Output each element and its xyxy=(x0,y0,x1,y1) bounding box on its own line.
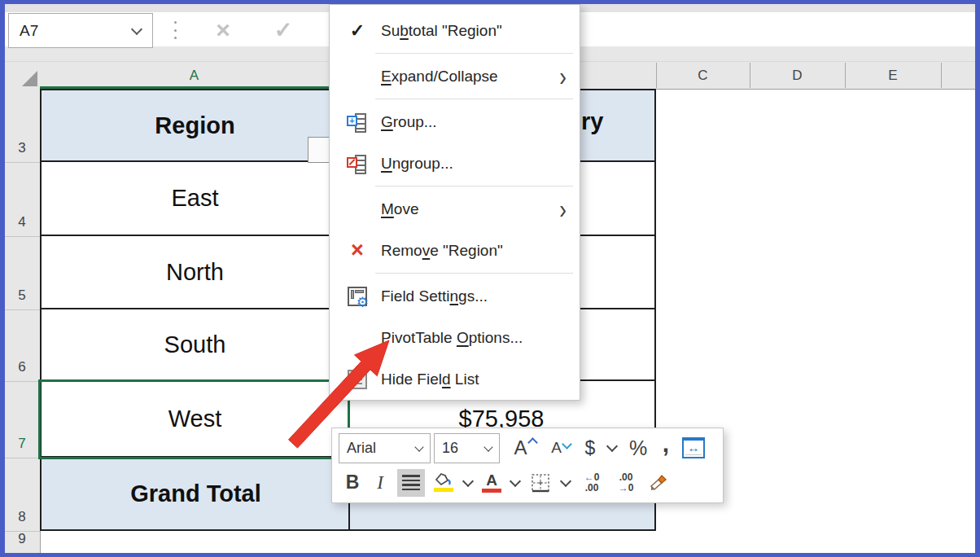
row-header-5[interactable]: 5 xyxy=(5,236,39,309)
increase-decimal-button[interactable]: ←0 .00 xyxy=(575,472,609,493)
percent-icon: % xyxy=(629,436,647,460)
submenu-arrow-icon: › xyxy=(559,63,567,90)
format-painter-brush-icon xyxy=(648,472,669,493)
menu-separator xyxy=(375,53,573,54)
chevron-down-icon[interactable] xyxy=(131,23,142,34)
column-header-c[interactable]: C xyxy=(656,65,750,86)
column-header-separator xyxy=(845,63,846,88)
row-header-7[interactable]: 7 xyxy=(5,381,39,458)
menu-item-label: Ungroup... xyxy=(381,155,453,173)
font-color-letter: A xyxy=(486,472,497,488)
mini-toolbar: Arial 16 A A $ % , xyxy=(331,428,724,503)
menu-item-label: Group... xyxy=(381,113,437,131)
cell-region-south[interactable]: South xyxy=(40,309,348,381)
menu-item-remove-region[interactable]: ×Remove "Region" xyxy=(330,230,580,271)
menu-item-field-settings[interactable]: ⚙Field Settings... xyxy=(330,275,580,317)
font-color-dropdown[interactable] xyxy=(506,477,524,489)
dollar-icon: $ xyxy=(585,437,596,459)
font-color-bar xyxy=(482,489,501,493)
column-header-a[interactable]: A xyxy=(40,65,348,86)
window-frame-right xyxy=(975,0,980,557)
font-name-value: Arial xyxy=(339,440,416,457)
mini-toolbar-row1: Arial 16 A A $ % , xyxy=(339,431,716,466)
row-header-3[interactable]: 3 xyxy=(5,89,39,162)
b3-header-visible-text: ry xyxy=(581,108,603,135)
column-header-separator xyxy=(656,63,657,88)
name-box-resize-handle[interactable] xyxy=(174,21,179,39)
caret-down-icon xyxy=(562,439,572,450)
comma-icon: , xyxy=(663,437,669,459)
window-frame-bottom xyxy=(0,553,980,557)
autofit-column-width-button[interactable]: ↔ xyxy=(677,437,710,458)
name-box[interactable]: A7 xyxy=(8,13,153,48)
format-painter-button[interactable] xyxy=(643,472,674,493)
column-header-d[interactable]: D xyxy=(750,65,845,86)
bold-button[interactable]: B xyxy=(339,471,366,493)
cell-a3-region-header[interactable]: Region xyxy=(40,89,348,162)
chevron-down-icon xyxy=(414,442,423,451)
remove-x-icon: × xyxy=(351,239,364,261)
row-header-8[interactable]: 8 xyxy=(5,458,39,531)
menu-item-move[interactable]: Move› xyxy=(330,188,580,230)
formula-cancel-button[interactable]: × xyxy=(205,16,241,44)
accounting-format-dropdown[interactable] xyxy=(602,442,622,454)
font-name-combo[interactable]: Arial xyxy=(339,433,431,463)
menu-item-label: Subtotal "Region" xyxy=(381,22,502,40)
font-size-combo[interactable]: 16 xyxy=(434,433,500,463)
excel-window: A7 × ✓ ACDE 3456789 Region ry EastNorthS… xyxy=(0,0,980,557)
italic-button[interactable]: I xyxy=(366,472,394,493)
percent-style-button[interactable]: % xyxy=(622,436,654,460)
font-size-value: 16 xyxy=(435,440,485,457)
borders-button[interactable] xyxy=(524,472,557,493)
cell-region-east[interactable]: East xyxy=(40,162,348,236)
active-cell-selection-border xyxy=(38,379,350,459)
hide-field-list-icon xyxy=(348,370,367,389)
fill-color-dropdown[interactable] xyxy=(459,477,477,489)
borders-dropdown[interactable] xyxy=(557,477,575,489)
decrease-font-size-button[interactable]: A xyxy=(544,439,578,457)
grand-total-label: Grand Total xyxy=(42,480,350,507)
decrease-decimal-button[interactable]: .00 →0 xyxy=(609,472,643,493)
group-icon: + xyxy=(347,112,368,132)
borders-grid-icon xyxy=(530,472,551,493)
chevron-down-icon xyxy=(560,476,571,487)
center-align-button[interactable] xyxy=(394,469,428,497)
menu-item-expand-collapse[interactable]: Expand/Collapse› xyxy=(330,55,580,97)
menu-item-label: Hide Field List xyxy=(381,371,479,388)
mini-toolbar-row2: B I A xyxy=(339,466,716,501)
ungroup-icon xyxy=(347,154,368,173)
selected-column-underline xyxy=(40,86,348,89)
row-header-6[interactable]: 6 xyxy=(5,309,39,381)
accounting-format-button[interactable]: $ xyxy=(578,437,602,459)
font-color-button[interactable]: A xyxy=(477,472,506,493)
menu-item-label: Remove "Region" xyxy=(381,242,503,260)
chevron-down-icon xyxy=(510,476,521,487)
field-settings-icon: ⚙ xyxy=(348,287,367,306)
region-value-label: South xyxy=(164,331,226,358)
row-header-4[interactable]: 4 xyxy=(5,162,39,236)
menu-item-label: Expand/Collapse xyxy=(381,68,498,86)
select-all-icon[interactable] xyxy=(22,71,37,86)
menu-item-ungroup[interactable]: Ungroup... xyxy=(330,143,580,184)
column-header-e[interactable]: E xyxy=(845,65,941,86)
menu-item-pivottable-options[interactable]: PivotTable Options... xyxy=(330,317,580,358)
context-menu: ✓Subtotal "Region"Expand/Collapse›+Group… xyxy=(329,4,580,401)
menu-item-label: PivotTable Options... xyxy=(381,329,523,347)
cell-region-north[interactable]: North xyxy=(40,236,348,309)
column-header-separator xyxy=(750,63,750,88)
row-header-9[interactable]: 9 xyxy=(5,531,39,553)
autofit-column-width-icon: ↔ xyxy=(682,437,705,458)
enter-check-icon: ✓ xyxy=(274,17,293,43)
fill-color-button[interactable] xyxy=(428,473,459,492)
comma-style-button[interactable]: , xyxy=(654,437,677,459)
menu-item-group[interactable]: +Group... xyxy=(330,101,580,143)
cancel-x-icon: × xyxy=(216,16,230,44)
window-frame-top xyxy=(0,0,980,4)
increase-font-size-button[interactable]: A xyxy=(506,436,544,459)
menu-item-hide-field-list[interactable]: Hide Field List xyxy=(330,358,580,400)
menu-separator xyxy=(375,99,573,99)
formula-enter-button[interactable]: ✓ xyxy=(265,16,301,44)
menu-item-subtotal-region[interactable]: ✓Subtotal "Region" xyxy=(330,10,580,51)
region-header-label: Region xyxy=(155,112,234,139)
menu-item-label: Move xyxy=(381,200,418,218)
